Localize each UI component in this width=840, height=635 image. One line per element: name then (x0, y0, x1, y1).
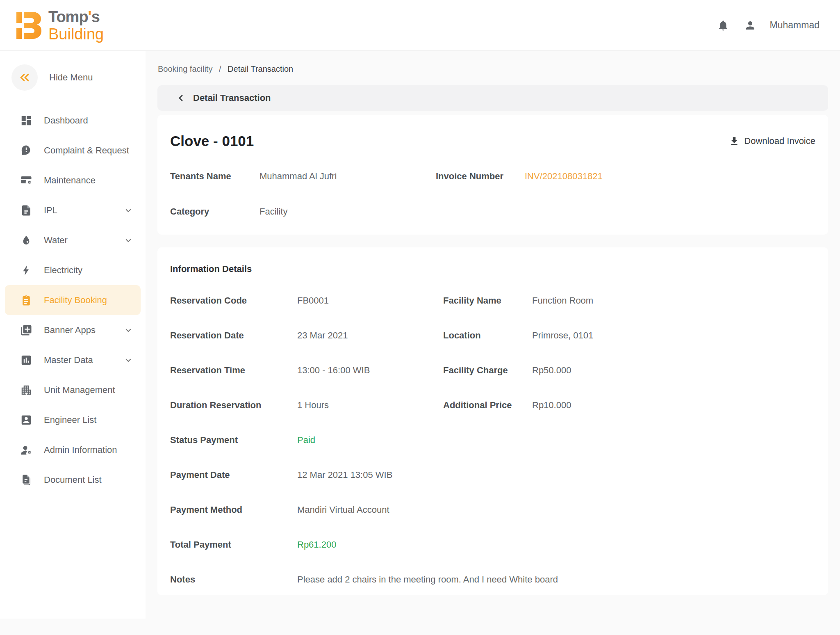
payment-method-value: Mandiri Virtual Account (297, 504, 443, 516)
brand-logo: Tomp's Building (16, 9, 104, 42)
duration-reservation-label: Duration Reservation (170, 400, 297, 411)
brand-b-icon (16, 9, 42, 41)
payment-date-value: 12 Mar 2021 13:05 WIB (297, 469, 443, 481)
payment-method-label: Payment Method (170, 504, 297, 516)
brand-subtitle: Building (48, 26, 104, 42)
category-value: Facility (260, 206, 436, 217)
reservation-time-label: Reservation Time (170, 365, 297, 376)
download-icon (729, 136, 740, 146)
info-row: Duration Reservation 1 Hours Additional … (170, 400, 815, 411)
chevron-down-icon (123, 205, 134, 217)
facility-booking-icon (20, 294, 33, 307)
notes-value: Please add 2 chairs in the meeting room.… (297, 574, 815, 585)
sidebar-item-dashboard[interactable]: Dashboard (5, 105, 141, 135)
sidebar-item-admin-information[interactable]: Admin Information (5, 435, 141, 465)
sidebar: Hide Menu Dashboard Complaint & Request … (0, 51, 146, 619)
info-row: Total Payment Rp61.200 (170, 539, 815, 550)
chevron-left-icon (175, 93, 186, 103)
sidebar-item-electricity[interactable]: Electricity (5, 255, 141, 285)
unit-management-icon (20, 384, 33, 397)
category-label: Category (170, 206, 260, 217)
reservation-date-value: 23 Mar 2021 (297, 330, 443, 341)
document-list-icon (20, 473, 33, 487)
payment-date-label: Payment Date (170, 469, 297, 481)
facility-name-value: Function Room (532, 295, 815, 306)
sidebar-item-banner-apps[interactable]: Banner Apps (5, 315, 141, 345)
breadcrumb-parent-link[interactable]: Booking facility (158, 64, 212, 73)
detail-transaction-header: Detail Transaction (157, 85, 828, 111)
summary-row: Category Facility (170, 206, 815, 217)
info-row: Payment Method Mandiri Virtual Account (170, 504, 815, 516)
tenants-name-value: Muhammad Al Jufri (260, 171, 436, 182)
breadcrumb: Booking facility / Detail Transaction (157, 64, 828, 74)
reservation-date-label: Reservation Date (170, 330, 297, 341)
download-invoice-label: Download Invoice (744, 136, 815, 146)
user-menu-button[interactable] (743, 18, 758, 33)
total-payment-label: Total Payment (170, 539, 297, 550)
dashboard-icon (20, 114, 33, 127)
total-payment-value: Rp61.200 (297, 539, 443, 550)
unit-title: Clove - 0101 (170, 133, 254, 149)
banner-apps-icon (20, 324, 33, 337)
facility-charge-label: Facility Charge (443, 365, 532, 376)
sidebar-item-document-list[interactable]: Document List (5, 465, 141, 495)
person-icon (744, 19, 756, 32)
main-content: Booking facility / Detail Transaction De… (146, 51, 840, 635)
reservation-time-value: 13:00 - 16:00 WIB (297, 365, 443, 376)
tenants-name-label: Tenants Name (170, 171, 260, 182)
sidebar-item-engineer-list[interactable]: Engineer List (5, 405, 141, 435)
status-payment-label: Status Payment (170, 434, 297, 446)
master-data-icon (20, 354, 33, 367)
info-row: Reservation Time 13:00 - 16:00 WIB Facil… (170, 365, 815, 376)
hide-menu-button[interactable]: Hide Menu (0, 62, 146, 92)
brand-title: Tomp's (48, 9, 104, 25)
info-row: Notes Please add 2 chairs in the meeting… (170, 574, 815, 585)
sidebar-item-facility-booking[interactable]: Facility Booking (5, 285, 141, 315)
reservation-code-label: Reservation Code (170, 295, 297, 306)
chevron-down-icon (123, 355, 134, 367)
summary-row: Tenants Name Muhammad Al Jufri Invoice N… (170, 171, 815, 182)
breadcrumb-separator: / (219, 64, 221, 73)
chevron-down-icon (123, 325, 134, 337)
engineer-list-icon (20, 413, 33, 427)
electricity-bolt-icon (20, 264, 33, 277)
info-row: Reservation Date 23 Mar 2021 Location Pr… (170, 330, 815, 341)
ipl-document-icon (20, 204, 33, 217)
notes-label: Notes (170, 574, 297, 585)
complaint-icon (20, 144, 33, 157)
information-details-card: Information Details Reservation Code FB0… (157, 247, 828, 595)
sidebar-item-ipl[interactable]: IPL (5, 195, 141, 225)
info-row: Payment Date 12 Mar 2021 13:05 WIB (170, 469, 815, 481)
sidebar-item-maintenance[interactable]: Maintenance (5, 165, 141, 195)
info-row: Status Payment Paid (170, 434, 815, 446)
back-button[interactable] (175, 93, 186, 103)
notifications-button[interactable] (716, 18, 731, 33)
status-payment-value: Paid (297, 434, 443, 446)
duration-reservation-value: 1 Hours (297, 400, 443, 411)
bell-icon (717, 19, 729, 32)
sidebar-item-complaint-request[interactable]: Complaint & Request (5, 135, 141, 165)
download-invoice-button[interactable]: Download Invoice (729, 136, 815, 146)
location-value: Primrose, 0101 (532, 330, 815, 341)
sidebar-item-water[interactable]: Water (5, 225, 141, 255)
transaction-summary-card: Clove - 0101 Download Invoice Tenants Na… (157, 115, 828, 235)
sidebar-item-unit-management[interactable]: Unit Management (5, 375, 141, 405)
sidebar-item-master-data[interactable]: Master Data (5, 345, 141, 375)
invoice-number-value[interactable]: INV/202108031821 (525, 171, 815, 182)
admin-information-icon (20, 443, 33, 457)
invoice-number-label: Invoice Number (436, 171, 525, 182)
collapse-double-chevron-icon (18, 71, 31, 84)
reservation-code-value: FB0001 (297, 295, 443, 306)
hide-menu-label: Hide Menu (49, 72, 93, 83)
breadcrumb-current: Detail Transaction (228, 64, 293, 73)
facility-charge-value: Rp50.000 (532, 365, 815, 376)
page-title: Detail Transaction (193, 93, 271, 103)
information-details-title: Information Details (170, 264, 815, 274)
additional-price-label: Additional Price (443, 400, 532, 411)
top-bar: Tomp's Building Muhammad (0, 0, 840, 51)
chevron-down-icon (123, 235, 134, 247)
info-row: Reservation Code FB0001 Facility Name Fu… (170, 295, 815, 306)
user-name: Muhammad (770, 20, 820, 31)
facility-name-label: Facility Name (443, 295, 532, 306)
location-label: Location (443, 330, 532, 341)
